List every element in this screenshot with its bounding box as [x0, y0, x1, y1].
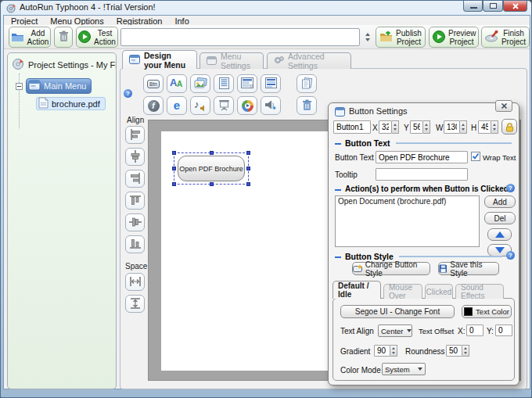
- h-spinner[interactable]: [478, 120, 498, 134]
- collapse-actions-icon[interactable]: [335, 189, 341, 191]
- tab-design-your-menu[interactable]: Design your Menu: [122, 50, 197, 69]
- delete-action-button[interactable]: [54, 27, 73, 48]
- paragraph-tool-button[interactable]: [214, 74, 234, 93]
- align-right-button[interactable]: [125, 170, 145, 188]
- add-action-button[interactable]: Add Action: [9, 27, 51, 48]
- space-vertical-button[interactable]: [125, 295, 145, 313]
- listbox-tool-button[interactable]: [261, 74, 281, 93]
- button-text-input[interactable]: [376, 151, 468, 163]
- style-tab-default-idle[interactable]: Default / Idle: [332, 281, 381, 299]
- align-top-button[interactable]: [125, 192, 145, 210]
- actions-listbox[interactable]: Open Document (brochure.pdf): [335, 195, 480, 247]
- resize-handle-e[interactable]: [246, 167, 250, 170]
- web-tool-button[interactable]: e: [167, 96, 187, 115]
- tooltip-input[interactable]: [376, 168, 468, 181]
- offset-y-input[interactable]: [495, 324, 512, 336]
- align-center-horizontal-button[interactable]: [125, 213, 145, 231]
- h-input[interactable]: [478, 120, 491, 134]
- image-tool-button[interactable]: [190, 74, 210, 93]
- button-name-input[interactable]: [333, 120, 371, 134]
- design-help-icon[interactable]: ?: [124, 89, 132, 98]
- finish-project-label: Finish Project: [501, 29, 526, 46]
- minimize-button[interactable]: [463, 1, 483, 12]
- menu-menu-options[interactable]: Menu Options: [44, 16, 110, 26]
- spin-down-icon[interactable]: [365, 38, 370, 41]
- add-action-list-button[interactable]: Add: [484, 195, 516, 208]
- action-parameter-input[interactable]: [120, 28, 360, 46]
- resize-handle-sw[interactable]: [172, 182, 176, 186]
- del-action-list-button[interactable]: Del: [484, 212, 516, 224]
- style-tab-sound-effects[interactable]: Sound Effects: [455, 284, 504, 299]
- button-tool-button[interactable]: Btn: [143, 74, 164, 93]
- menu-registration[interactable]: Registration: [110, 16, 169, 26]
- tab-menu-settings[interactable]: Menu Settings: [200, 52, 264, 69]
- resize-handle-nw[interactable]: [172, 151, 176, 155]
- collapse-style-icon[interactable]: [335, 256, 341, 258]
- flash-tool-button[interactable]: f: [143, 96, 164, 115]
- change-font-button[interactable]: Segoe UI - Change Font: [340, 305, 455, 318]
- align-bottom-button[interactable]: [125, 235, 145, 253]
- move-action-up-button[interactable]: [487, 228, 512, 241]
- help-glyph: ?: [126, 90, 130, 97]
- actions-help-icon[interactable]: ?: [506, 184, 515, 192]
- finish-project-button[interactable]: Finish Project: [481, 27, 530, 48]
- w-spinner[interactable]: [444, 120, 467, 134]
- wrap-text-checkbox[interactable]: [471, 152, 480, 161]
- collapse-expander-icon[interactable]: [16, 83, 23, 90]
- gradient-spinner[interactable]: [374, 345, 397, 357]
- space-horizontal-button[interactable]: [125, 273, 145, 291]
- copy-tool-button[interactable]: [297, 74, 317, 93]
- tree-item-main-menu[interactable]: Main Menu: [16, 78, 92, 94]
- resize-handle-ne[interactable]: [246, 151, 250, 155]
- text-color-button[interactable]: Text Color: [462, 305, 512, 318]
- roundness-input[interactable]: [446, 345, 462, 357]
- resize-handle-s[interactable]: [210, 182, 214, 186]
- w-input[interactable]: [444, 120, 460, 134]
- menu-project[interactable]: Project: [5, 16, 44, 26]
- style-tab-mouse-over[interactable]: Mouse Over: [383, 284, 422, 299]
- slideshow-tool-button[interactable]: [214, 96, 234, 115]
- save-style-button[interactable]: Save this Style: [438, 262, 499, 275]
- canvas-button-object[interactable]: Open PDF Brochure: [178, 156, 245, 181]
- tab-advanced-settings[interactable]: Advanced Settings: [267, 52, 351, 69]
- action-field-spinner[interactable]: [363, 28, 372, 46]
- style-tab-clicked[interactable]: Clicked: [425, 284, 453, 299]
- collapse-button-text-icon[interactable]: [335, 143, 341, 145]
- action-list-item[interactable]: Open Document (brochure.pdf): [338, 197, 476, 206]
- roundness-spinner[interactable]: [446, 345, 469, 357]
- spin-up-icon[interactable]: [365, 33, 370, 36]
- offset-x-input[interactable]: [466, 324, 483, 336]
- text-align-dropdown[interactable]: Center: [378, 324, 412, 337]
- menu-info[interactable]: Info: [168, 16, 195, 26]
- tree-root-label: Project Settings - My First Project: [28, 60, 116, 70]
- resize-handle-n[interactable]: [210, 151, 214, 155]
- tree-item-brochure[interactable]: brochure.pdf: [36, 97, 106, 110]
- label-tool-button[interactable]: A A: [167, 74, 187, 93]
- resize-handle-se[interactable]: [246, 182, 250, 186]
- align-left-button[interactable]: [125, 126, 145, 144]
- maximize-button[interactable]: [483, 1, 503, 12]
- style-help-icon[interactable]: ?: [506, 251, 515, 260]
- preview-project-button[interactable]: Preview Project: [429, 27, 479, 48]
- tree-item-project-settings[interactable]: Project Settings - My First Project: [13, 58, 116, 71]
- y-input[interactable]: [410, 120, 423, 134]
- dialog-close-button[interactable]: [495, 100, 512, 112]
- audio-tool-button[interactable]: ♪: [190, 96, 210, 115]
- resize-handle-w[interactable]: [172, 167, 176, 170]
- test-action-button[interactable]: Test Action: [76, 27, 118, 48]
- delete-tool-button[interactable]: [297, 96, 317, 115]
- publish-project-button[interactable]: Publish Project: [376, 27, 426, 48]
- gradient-input[interactable]: [374, 345, 390, 357]
- change-button-style-button[interactable]: Change Button Style: [352, 262, 430, 275]
- x-spinner[interactable]: [379, 120, 399, 134]
- sound-tool-button[interactable]: [261, 96, 281, 115]
- y-spinner[interactable]: [410, 120, 430, 134]
- x-input[interactable]: [379, 120, 392, 134]
- align-center-vertical-button[interactable]: [125, 148, 145, 166]
- color-mode-dropdown[interactable]: System: [382, 363, 426, 375]
- lock-position-button[interactable]: [501, 119, 517, 134]
- media-player-tool-button[interactable]: [237, 96, 257, 115]
- form-tool-button[interactable]: [237, 74, 257, 93]
- close-button[interactable]: [503, 1, 527, 12]
- preview-play-icon: [433, 30, 445, 45]
